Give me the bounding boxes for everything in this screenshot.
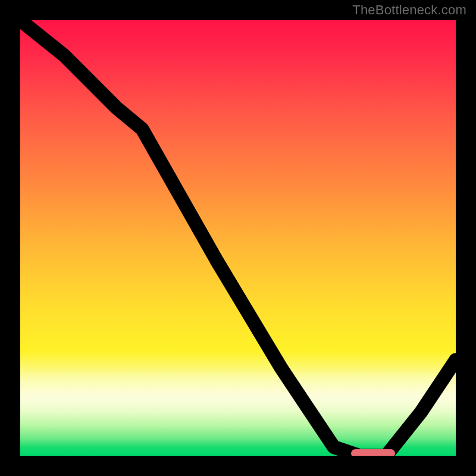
- optimal-range-marker: [351, 449, 394, 458]
- plot-area: [18, 18, 458, 458]
- watermark-text: TheBottleneck.com: [352, 2, 466, 18]
- stage: TheBottleneck.com: [0, 0, 476, 476]
- bottleneck-curve: [20, 20, 456, 456]
- curve-svg: [20, 20, 456, 456]
